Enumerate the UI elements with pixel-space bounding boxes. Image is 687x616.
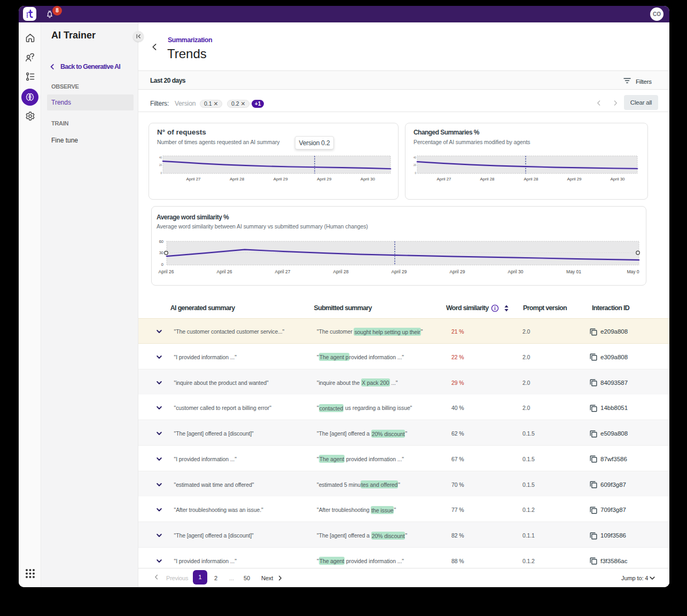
svg-text:May 01: May 01 bbox=[566, 269, 581, 274]
svg-text:April 27: April 27 bbox=[275, 269, 291, 274]
svg-text:April 28: April 28 bbox=[524, 177, 538, 181]
svg-text:April 28: April 28 bbox=[230, 177, 245, 181]
svg-text:40: 40 bbox=[159, 156, 162, 159]
svg-text:20: 20 bbox=[413, 164, 417, 167]
svg-text:April 30: April 30 bbox=[610, 177, 625, 181]
svg-text:April 26: April 26 bbox=[159, 269, 174, 274]
svg-text:April 27: April 27 bbox=[436, 177, 451, 181]
svg-text:April 29: April 29 bbox=[567, 177, 582, 181]
svg-text:May 0: May 0 bbox=[627, 269, 639, 274]
svg-text:April 26: April 26 bbox=[217, 269, 232, 274]
svg-text:0: 0 bbox=[161, 262, 163, 267]
svg-text:April 28: April 28 bbox=[480, 177, 495, 181]
svg-text:April 29: April 29 bbox=[274, 177, 288, 181]
svg-text:40: 40 bbox=[413, 156, 417, 159]
svg-text:April 30: April 30 bbox=[361, 177, 376, 181]
svg-text:30: 30 bbox=[159, 250, 163, 255]
svg-text:0: 0 bbox=[415, 172, 416, 175]
svg-text:20: 20 bbox=[159, 164, 162, 167]
svg-text:April 27: April 27 bbox=[186, 177, 201, 181]
svg-text:April 29: April 29 bbox=[317, 177, 332, 181]
svg-text:April 28: April 28 bbox=[333, 269, 349, 274]
svg-text:0: 0 bbox=[160, 172, 162, 175]
svg-text:60: 60 bbox=[159, 239, 163, 244]
svg-text:April 30: April 30 bbox=[508, 269, 524, 274]
svg-text:April 29: April 29 bbox=[392, 269, 407, 274]
svg-text:April 29: April 29 bbox=[450, 269, 465, 274]
